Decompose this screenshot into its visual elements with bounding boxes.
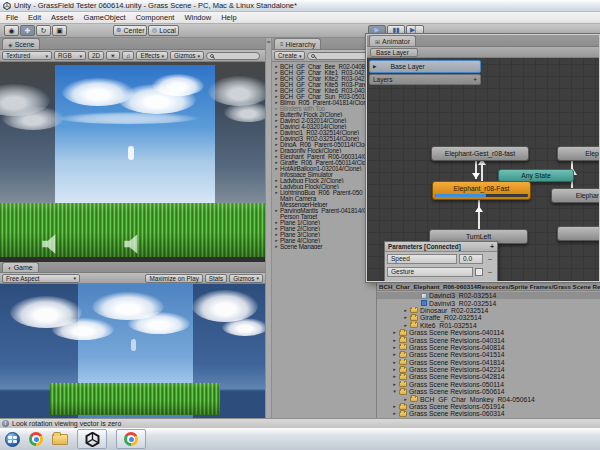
hierarchy-search-input[interactable] bbox=[307, 52, 374, 60]
disclosure-triangle-icon[interactable]: ► bbox=[274, 232, 279, 237]
disclosure-triangle-icon[interactable]: ► bbox=[392, 352, 397, 357]
disclosure-triangle-icon[interactable]: ► bbox=[392, 367, 397, 372]
menu-file[interactable]: File bbox=[6, 13, 18, 22]
project-item[interactable]: ►Grass Scene Revisions-042814 bbox=[377, 373, 600, 380]
parameter-name-field[interactable]: Gesture bbox=[387, 267, 473, 277]
disclosure-triangle-icon[interactable]: ► bbox=[392, 330, 397, 335]
project-item[interactable]: ►Giraffe_R02-032514 bbox=[377, 314, 600, 321]
disclosure-triangle-icon[interactable]: ► bbox=[274, 154, 279, 159]
disclosure-triangle-icon[interactable]: ► bbox=[403, 397, 408, 402]
scale-tool-button[interactable]: ▣ bbox=[52, 25, 67, 36]
disclosure-triangle-icon[interactable]: ► bbox=[274, 64, 279, 69]
audio-source-gizmo[interactable] bbox=[40, 232, 62, 256]
disclosure-triangle-icon[interactable]: ► bbox=[274, 142, 279, 147]
project-item[interactable]: ►Grass Scene Revisions-040314 bbox=[377, 336, 600, 343]
disclosure-triangle-icon[interactable]: ► bbox=[274, 226, 279, 231]
stats-button[interactable]: Stats bbox=[205, 274, 227, 283]
rotate-tool-button[interactable]: ↻ bbox=[36, 25, 51, 36]
panel-splitter[interactable]: ◂▸ bbox=[265, 38, 272, 418]
status-bar[interactable]: ! Look rotation viewing vector is zero bbox=[0, 418, 600, 428]
disclosure-triangle-icon[interactable]: ► bbox=[392, 338, 397, 343]
game-viewport[interactable] bbox=[0, 284, 265, 418]
project-item[interactable]: ►Grass Scene Revisions-041514 bbox=[377, 351, 600, 358]
audio-source-gizmo[interactable] bbox=[122, 232, 144, 256]
animator-tab[interactable]: ⊞Animator bbox=[369, 35, 416, 46]
disclosure-triangle-icon[interactable]: ► bbox=[274, 136, 279, 141]
disclosure-triangle-icon[interactable]: ► bbox=[274, 112, 279, 117]
remove-parameter-button[interactable]: – bbox=[485, 255, 495, 262]
project-item[interactable]: ►Grass Scene Revisions-040114 bbox=[377, 329, 600, 336]
render-mode-dropdown[interactable]: Textured▾ bbox=[2, 51, 52, 60]
project-item[interactable]: ►BCH_GF_Char_Monkey_R04-050614 bbox=[377, 395, 600, 402]
project-item[interactable]: ►Grass Scene Revisions-060314 bbox=[377, 410, 600, 417]
disclosure-triangle-icon[interactable]: ► bbox=[274, 148, 279, 153]
scene-search-input[interactable] bbox=[206, 52, 260, 60]
disclosure-triangle-icon[interactable]: ► bbox=[274, 244, 279, 249]
scene-lighting-toggle[interactable]: ☀ bbox=[106, 51, 120, 60]
disclosure-triangle-icon[interactable]: ► bbox=[274, 70, 279, 75]
file-explorer-icon[interactable] bbox=[52, 434, 68, 445]
hierarchy-item[interactable]: ►Scene Manager bbox=[272, 243, 376, 249]
chrome-taskbar-button[interactable] bbox=[116, 429, 146, 449]
maximize-on-play-button[interactable]: Maximize on Play bbox=[145, 274, 202, 283]
menu-assets[interactable]: Assets bbox=[51, 13, 74, 22]
game-gizmos-dropdown[interactable]: Gizmos▾ bbox=[229, 274, 263, 283]
disclosure-triangle-icon[interactable]: ► bbox=[274, 190, 279, 195]
disclosure-triangle-icon[interactable]: ► bbox=[274, 160, 279, 165]
project-item[interactable]: ►Grass Scene Revisions-051914 bbox=[377, 403, 600, 410]
hand-tool-button[interactable]: ◉ bbox=[4, 25, 19, 36]
disclosure-triangle-icon[interactable]: ► bbox=[274, 100, 279, 105]
parameter-name-field[interactable]: Speed bbox=[387, 254, 457, 264]
disclosure-triangle-icon[interactable]: ► bbox=[392, 404, 397, 409]
effects-dropdown[interactable]: Effects▾ bbox=[136, 51, 168, 60]
disclosure-triangle-icon[interactable]: ► bbox=[392, 382, 397, 387]
disclosure-triangle-icon[interactable]: ► bbox=[274, 166, 279, 171]
scene-tab[interactable]: ◈Scene bbox=[2, 38, 40, 49]
scene-viewport[interactable] bbox=[0, 62, 265, 262]
disclosure-triangle-icon[interactable]: ► bbox=[274, 124, 279, 129]
menu-edit[interactable]: Edit bbox=[28, 13, 41, 22]
create-dropdown[interactable]: Create▾ bbox=[274, 51, 305, 60]
parameter-checkbox[interactable] bbox=[475, 268, 483, 276]
project-item[interactable]: Davinvi3_R02-032514 bbox=[377, 299, 600, 306]
scene-audio-toggle[interactable]: ♫ bbox=[122, 51, 135, 60]
game-tab[interactable]: ◐Game bbox=[2, 262, 39, 272]
disclosure-triangle-icon[interactable]: ► bbox=[392, 411, 397, 416]
disclosure-triangle-icon[interactable]: ► bbox=[392, 374, 397, 379]
pivot-button[interactable]: ⊕Center bbox=[113, 25, 147, 36]
disclosure-triangle-icon[interactable]: ► bbox=[403, 323, 408, 328]
add-parameter-button[interactable]: + bbox=[490, 243, 494, 250]
parameter-value-field[interactable]: 0.0 bbox=[459, 254, 483, 264]
transition-arrow[interactable] bbox=[478, 200, 480, 229]
disclosure-triangle-icon[interactable]: ► bbox=[274, 184, 279, 189]
animator-state-elephant-gest-r08-fast[interactable]: Elephant-Gest_r08-fast bbox=[431, 146, 529, 161]
capsule-gizmo[interactable] bbox=[128, 146, 134, 160]
scene-gizmos-dropdown[interactable]: Gizmos▾ bbox=[170, 51, 204, 60]
animator-state-elephant-gest-right[interactable]: Elephant-Ges bbox=[557, 146, 599, 161]
disclosure-triangle-icon[interactable]: ► bbox=[274, 238, 279, 243]
animator-state-elephant-r08-fast[interactable]: Elephant_r08-Fast bbox=[432, 181, 531, 200]
disclosure-triangle-icon[interactable]: ► bbox=[274, 106, 279, 111]
project-item[interactable]: ►Grass Scene Revisions-041814 bbox=[377, 359, 600, 366]
disclosure-triangle-icon[interactable]: ► bbox=[274, 118, 279, 123]
color-mode-dropdown[interactable]: RGB▾ bbox=[54, 51, 86, 60]
2d-toggle-button[interactable]: 2D bbox=[88, 51, 104, 60]
menu-component[interactable]: Component bbox=[136, 13, 175, 22]
disclosure-triangle-icon[interactable]: ► bbox=[274, 130, 279, 135]
project-path-bar[interactable]: BCH_Char_Elephant_R06-060314Resources/Sp… bbox=[377, 282, 600, 291]
move-tool-button[interactable]: ✚ bbox=[20, 25, 35, 36]
disclosure-triangle-icon[interactable]: ► bbox=[392, 345, 397, 350]
hierarchy-tab[interactable]: ≡Hierarchy bbox=[274, 38, 321, 49]
disclosure-triangle-icon[interactable]: ► bbox=[274, 208, 279, 213]
project-item[interactable]: ►Kite6_R01-032514 bbox=[377, 322, 600, 329]
aspect-dropdown[interactable]: Free Aspect▾ bbox=[2, 274, 80, 283]
layer-item-base-layer[interactable]: ▶ Base Layer bbox=[369, 60, 481, 73]
transition-arrow[interactable] bbox=[481, 163, 483, 181]
disclosure-triangle-icon[interactable]: ▼ bbox=[392, 389, 397, 394]
project-item[interactable]: ►Dinosaur_R02-032514 bbox=[377, 307, 600, 314]
disclosure-triangle-icon[interactable]: ► bbox=[274, 178, 279, 183]
disclosure-triangle-icon[interactable]: ► bbox=[392, 360, 397, 365]
disclosure-triangle-icon[interactable]: ► bbox=[403, 308, 408, 313]
project-item[interactable]: ▼Grass Scene Revisions-050614 bbox=[377, 388, 600, 395]
unity-taskbar-button[interactable] bbox=[77, 429, 107, 449]
